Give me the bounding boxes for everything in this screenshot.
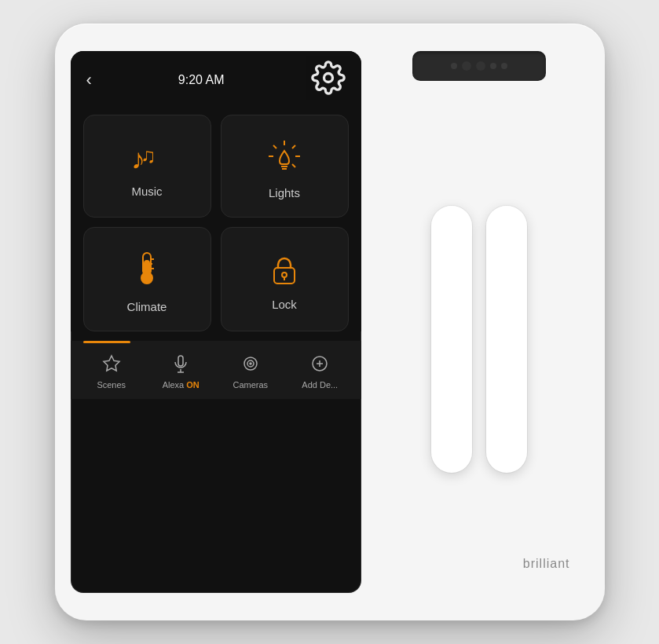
- active-tab-indicator: [83, 341, 130, 343]
- tab-add-device[interactable]: Add De...: [291, 354, 348, 390]
- tile-music-label: Music: [131, 185, 162, 198]
- camera-lens: [462, 61, 471, 71]
- settings-icon[interactable]: [311, 60, 346, 99]
- brand-logo: brilliant: [523, 557, 570, 571]
- tab-cameras-label: Cameras: [232, 380, 268, 390]
- add-device-icon: [310, 354, 329, 376]
- alexa-icon: [171, 354, 190, 376]
- svg-text:♫: ♫: [141, 144, 156, 167]
- tile-climate-label: Climate: [127, 300, 167, 313]
- status-time: 9:20 AM: [178, 73, 225, 87]
- device-shell: ‹ 9:20 AM ♪ ♫ Music: [55, 24, 605, 620]
- camera-bar: [412, 51, 546, 81]
- cameras-icon: [241, 354, 260, 376]
- tile-lights[interactable]: Lights: [221, 115, 349, 218]
- camera-dot-3: [501, 63, 507, 69]
- tile-lock-label: Lock: [272, 298, 297, 311]
- lights-icon: [265, 137, 303, 175]
- right-controls: brilliant: [377, 51, 581, 593]
- svg-line-7: [273, 145, 276, 148]
- camera-dot-2: [490, 63, 496, 69]
- svg-rect-17: [274, 268, 295, 284]
- svg-marker-20: [104, 356, 119, 371]
- svg-line-4: [292, 145, 295, 148]
- camera-dot-1: [451, 63, 457, 69]
- lock-icon: [267, 252, 302, 287]
- camera-lens-2: [476, 61, 485, 71]
- climate-icon: [130, 250, 164, 289]
- tile-music[interactable]: ♪ ♫ Music: [83, 115, 211, 218]
- tab-scenes-label: Scenes: [97, 380, 126, 390]
- slider-paddle-right[interactable]: [486, 206, 527, 473]
- svg-point-13: [141, 273, 152, 284]
- music-icon: ♪ ♫: [130, 139, 164, 174]
- status-bar: ‹ 9:20 AM: [71, 51, 361, 107]
- tile-climate[interactable]: Climate: [83, 227, 211, 331]
- tab-alexa[interactable]: Alexa ON: [152, 354, 209, 390]
- svg-point-0: [324, 74, 332, 82]
- tabs-container: Scenes Alexa ON: [71, 348, 361, 390]
- scenes-icon: [102, 354, 121, 376]
- tab-alexa-label: Alexa ON: [163, 380, 200, 390]
- tab-scenes[interactable]: Scenes: [83, 354, 140, 390]
- svg-point-26: [250, 363, 251, 364]
- tab-bar: Scenes Alexa ON: [71, 341, 361, 399]
- tile-lights-label: Lights: [269, 186, 300, 199]
- sliders-area: [431, 109, 527, 593]
- svg-rect-21: [178, 356, 183, 366]
- screen-container: ‹ 9:20 AM ♪ ♫ Music: [71, 51, 361, 593]
- tab-add-device-label: Add De...: [302, 380, 338, 390]
- alexa-on-badge: ON: [186, 380, 200, 390]
- tile-lock[interactable]: Lock: [221, 227, 349, 331]
- slider-paddle-left[interactable]: [431, 206, 472, 473]
- app-grid: ♪ ♫ Music: [71, 107, 361, 331]
- back-button[interactable]: ‹: [86, 70, 92, 90]
- svg-point-18: [282, 273, 287, 277]
- svg-line-6: [292, 164, 295, 167]
- tab-cameras[interactable]: Cameras: [222, 354, 279, 390]
